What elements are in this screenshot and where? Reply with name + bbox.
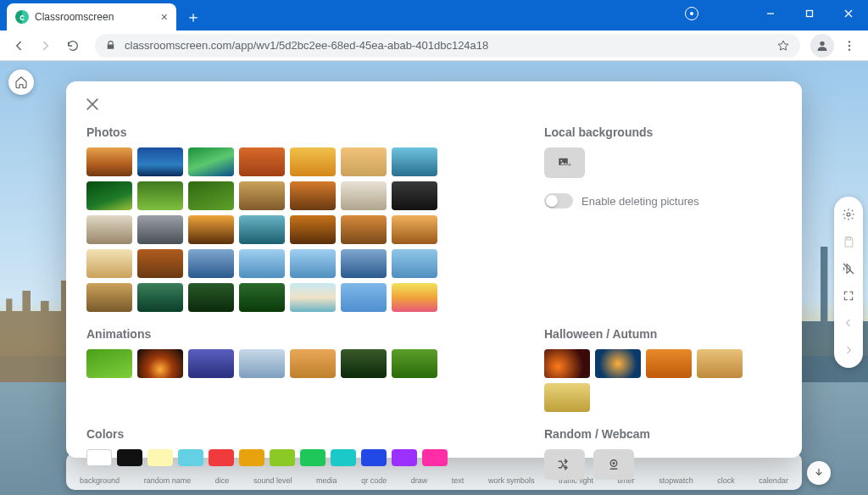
webcam-background-button[interactable] (593, 449, 634, 480)
window-title-bar: c Classroomscreen × ＋ (0, 0, 868, 31)
colors-row (86, 449, 510, 466)
seasonal-thumbnail[interactable] (595, 349, 641, 378)
prev-screen-button[interactable] (836, 310, 861, 336)
photo-thumbnail[interactable] (290, 283, 336, 312)
photo-thumbnail[interactable] (188, 283, 234, 312)
seasonal-thumbnail[interactable] (544, 349, 590, 378)
tab-close-icon[interactable]: × (161, 11, 168, 23)
svg-point-14 (560, 160, 562, 162)
color-swatch[interactable] (117, 449, 142, 466)
seasonal-thumbnail[interactable] (646, 349, 692, 378)
photo-thumbnail[interactable] (86, 249, 132, 278)
bookmark-star-icon[interactable] (776, 39, 790, 53)
background-picker-modal: Photos (66, 81, 802, 458)
window-controls (751, 0, 868, 27)
back-button[interactable] (7, 34, 31, 58)
close-modal-button[interactable] (81, 93, 103, 115)
home-button[interactable] (8, 70, 34, 95)
photo-thumbnail[interactable] (239, 249, 285, 278)
close-window-button[interactable] (829, 0, 868, 27)
color-swatch[interactable] (300, 449, 326, 466)
photo-thumbnail[interactable] (86, 283, 132, 312)
photo-thumbnail[interactable] (290, 181, 336, 210)
photo-thumbnail[interactable] (341, 283, 387, 312)
new-tab-button[interactable]: ＋ (181, 5, 205, 29)
animation-thumbnail[interactable] (290, 349, 336, 378)
photo-thumbnail[interactable] (341, 249, 387, 278)
photo-thumbnail[interactable] (392, 249, 437, 278)
photo-thumbnail[interactable] (392, 283, 437, 312)
color-swatch[interactable] (239, 449, 264, 466)
color-swatch[interactable] (86, 449, 112, 466)
svg-point-8 (847, 213, 850, 216)
photo-thumbnail[interactable] (188, 215, 234, 244)
animation-thumbnail[interactable] (86, 349, 132, 378)
enable-delete-toggle[interactable] (544, 193, 573, 209)
photo-thumbnail[interactable] (188, 181, 234, 210)
photo-thumbnail[interactable] (137, 283, 183, 312)
forward-button[interactable] (34, 34, 58, 58)
animation-thumbnail[interactable] (392, 349, 437, 378)
color-swatch[interactable] (361, 449, 387, 466)
photo-thumbnail[interactable] (341, 147, 387, 176)
dock-collapse-button[interactable] (807, 461, 831, 485)
color-swatch[interactable] (331, 449, 356, 466)
photo-thumbnail[interactable] (239, 147, 285, 176)
random-webcam-heading: Random / Webcam (544, 427, 782, 441)
maximize-button[interactable] (790, 0, 829, 27)
next-screen-button[interactable] (836, 337, 861, 363)
photo-thumbnail[interactable] (392, 215, 437, 244)
photo-thumbnail[interactable] (188, 147, 234, 176)
photo-thumbnail[interactable] (239, 283, 285, 312)
photo-thumbnail[interactable] (239, 215, 285, 244)
minimize-button[interactable] (751, 0, 790, 27)
favicon-icon: c (15, 10, 29, 24)
animation-thumbnail[interactable] (188, 349, 234, 378)
account-badge-icon[interactable] (685, 7, 698, 20)
photo-thumbnail[interactable] (239, 181, 285, 210)
lock-icon (105, 40, 116, 51)
seasonal-thumbnail[interactable] (697, 349, 743, 378)
fullscreen-button[interactable] (836, 283, 861, 309)
color-swatch[interactable] (270, 449, 295, 466)
animation-thumbnail[interactable] (239, 349, 285, 378)
seasonal-thumbnail[interactable] (544, 383, 590, 412)
photo-thumbnail[interactable] (86, 147, 132, 176)
photo-thumbnail[interactable] (341, 181, 387, 210)
enable-delete-label: Enable deleting pictures (581, 195, 699, 208)
app-viewport: backgroundrandom namedicesound levelmedi… (0, 61, 868, 495)
photo-thumbnail[interactable] (290, 147, 336, 176)
photo-thumbnail[interactable] (290, 249, 336, 278)
photo-thumbnail[interactable] (86, 215, 132, 244)
svg-point-7 (849, 48, 850, 50)
animation-thumbnail[interactable] (341, 349, 387, 378)
browser-tab[interactable]: c Classroomscreen × (7, 3, 176, 31)
reload-button[interactable] (61, 34, 85, 58)
save-button[interactable] (836, 229, 861, 254)
mute-button[interactable] (836, 256, 861, 281)
random-background-button[interactable] (544, 449, 585, 480)
color-swatch[interactable] (147, 449, 173, 466)
color-swatch[interactable] (392, 449, 417, 466)
settings-button[interactable] (836, 202, 861, 227)
overflow-menu-button[interactable] (837, 34, 861, 58)
address-bar[interactable]: classroomscreen.com/app/wv1/5d2bc2ee-68e… (95, 34, 800, 58)
profile-button[interactable] (810, 34, 834, 58)
color-swatch[interactable] (209, 449, 234, 466)
photo-thumbnail[interactable] (188, 249, 234, 278)
upload-local-background-button[interactable]: + (544, 147, 585, 178)
photo-thumbnail[interactable] (392, 147, 437, 176)
photo-thumbnail[interactable] (392, 181, 437, 210)
colors-heading: Colors (86, 427, 510, 441)
photo-thumbnail[interactable] (137, 215, 183, 244)
animation-thumbnail[interactable] (137, 349, 183, 378)
photo-thumbnail[interactable] (86, 181, 132, 210)
photo-thumbnail[interactable] (137, 181, 183, 210)
photo-thumbnail[interactable] (137, 249, 183, 278)
color-swatch[interactable] (422, 449, 448, 466)
color-swatch[interactable] (178, 449, 203, 466)
photo-thumbnail[interactable] (137, 147, 183, 176)
browser-toolbar: classroomscreen.com/app/wv1/5d2bc2ee-68e… (0, 31, 868, 61)
photo-thumbnail[interactable] (290, 215, 336, 244)
photo-thumbnail[interactable] (341, 215, 387, 244)
